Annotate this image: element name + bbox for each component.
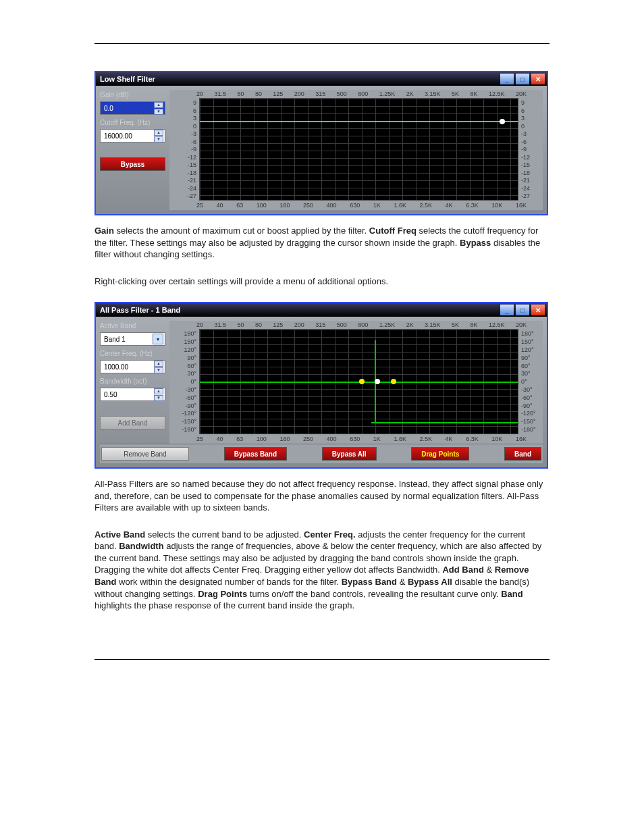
titlebar[interactable]: All Pass Filter - 1 Band _ □ ✕ <box>96 303 547 317</box>
gain-label: Gain (dB) <box>100 91 165 99</box>
band-button[interactable]: Band <box>504 447 541 461</box>
bandwidth-input[interactable]: 0.50 ▲▼ <box>100 388 165 401</box>
chart-grid[interactable] <box>199 98 518 201</box>
window-title: All Pass Filter - 1 Band <box>100 306 180 314</box>
titlebar[interactable]: Low Shelf Filter _ □ ✕ <box>96 72 547 86</box>
allpass-chart[interactable]: 2031.550801252003155008001.25K2K3.15K5K8… <box>169 321 543 444</box>
left-ticks: 9630-3-6-9-12-15-18-21-24-27 <box>169 98 199 201</box>
cutoff-label: Cutoff Freq. (Hz) <box>100 119 165 126</box>
response-curve <box>200 121 518 122</box>
bw-handle-high[interactable] <box>391 379 396 384</box>
bottom-ticks: 2540631001602504006301K1.6K2.5K4K6.3K10K… <box>169 201 543 210</box>
right-ticks: 9630-3-6-9-12-15-18-21-24-27 <box>518 98 543 201</box>
allpass-window: All Pass Filter - 1 Band _ □ ✕ Active Ba… <box>95 302 548 469</box>
left-ticks: 180°150°120°90°60°30°0°-30°-60°-90°-120°… <box>169 329 199 434</box>
active-band-value: Band 1 <box>104 336 126 343</box>
rightclick-note: Right-clicking over certain settings wil… <box>95 276 549 288</box>
bw-handle-low[interactable] <box>359 379 365 384</box>
chart-grid[interactable] <box>199 329 518 434</box>
bypass-band-button[interactable]: Bypass Band <box>224 447 287 461</box>
bypass-all-button[interactable]: Bypass All <box>322 447 377 461</box>
add-band-button[interactable]: Add Band <box>100 416 165 429</box>
drag-handle[interactable] <box>500 119 505 124</box>
center-freq-spinner[interactable]: ▲▼ <box>154 361 163 373</box>
cutoff-value: 16000.00 <box>104 132 132 140</box>
active-band-label: Active Band <box>100 322 165 330</box>
allpass-description: Active Band selects the current band to … <box>95 529 549 612</box>
close-icon[interactable]: ✕ <box>531 305 545 315</box>
cutoff-input[interactable]: 16000.00 ▲▼ <box>100 129 165 142</box>
active-band-select[interactable]: Band 1 ▾ <box>100 332 165 346</box>
maximize-icon[interactable]: □ <box>516 305 529 315</box>
bypass-button[interactable]: Bypass <box>100 157 165 171</box>
bandwidth-value: 0.50 <box>104 391 117 398</box>
lowshelf-description: Gain selects the amount of maximum cut o… <box>95 225 549 261</box>
chevron-down-icon[interactable]: ▾ <box>153 334 163 344</box>
bottom-ticks: 2540631001602504006301K1.6K2.5K4K6.3K10K… <box>169 434 543 444</box>
minimize-icon[interactable]: _ <box>500 305 514 315</box>
maximize-icon[interactable]: □ <box>516 74 529 84</box>
gain-spinner[interactable]: ▲▼ <box>154 102 163 115</box>
gain-value: 0.0 <box>104 105 113 112</box>
center-freq-label: Center Freq. (Hz) <box>100 350 165 357</box>
minimize-icon[interactable]: _ <box>500 74 514 84</box>
right-ticks: 180°150°120°90°60°30°0°-30°-60°-90°-120°… <box>518 329 543 434</box>
bandwidth-label: Bandwidth (oct) <box>100 377 165 385</box>
center-handle[interactable] <box>375 379 380 384</box>
cutoff-spinner[interactable]: ▲▼ <box>154 130 163 142</box>
window-title: Low Shelf Filter <box>100 75 155 83</box>
drag-points-button[interactable]: Drag Points <box>411 447 469 461</box>
lowshelf-chart[interactable]: 2031.550801252003155008001.25K2K3.15K5K8… <box>169 90 543 210</box>
center-freq-value: 1000.00 <box>104 363 128 371</box>
gain-input[interactable]: 0.0 ▲▼ <box>100 101 165 115</box>
center-freq-input[interactable]: 1000.00 ▲▼ <box>100 360 165 373</box>
page-header-rule <box>95 43 549 44</box>
low-shelf-window: Low Shelf Filter _ □ ✕ Gain (dB) 0.0 ▲▼ … <box>95 71 548 215</box>
bandwidth-spinner[interactable]: ▲▼ <box>154 388 163 401</box>
top-ticks: 2031.550801252003155008001.25K2K3.15K5K8… <box>169 90 543 98</box>
remove-band-button[interactable]: Remove Band <box>101 447 189 461</box>
top-ticks: 2031.550801252003155008001.25K2K3.15K5K8… <box>169 321 543 329</box>
phase-curve-neg <box>371 422 518 423</box>
page-footer-rule <box>95 659 549 660</box>
close-icon[interactable]: ✕ <box>531 74 545 84</box>
allpass-intro: All-Pass Filters are so named because th… <box>95 478 549 514</box>
